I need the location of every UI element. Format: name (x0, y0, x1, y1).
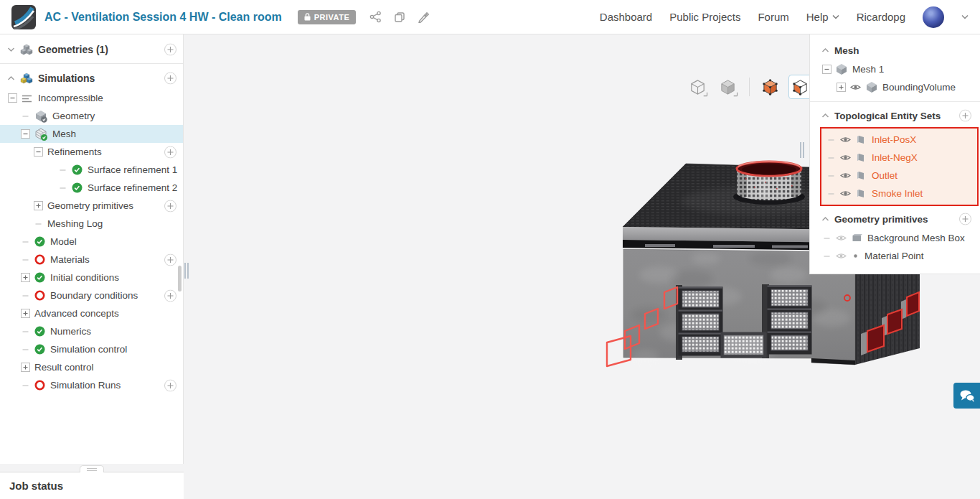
sidebar-item-surface-refinement-1[interactable]: Surface refinement 1 (0, 161, 183, 179)
visibility-on-icon[interactable] (840, 154, 851, 162)
section-header-topological-entity-sets[interactable]: Topological Entity Sets (810, 106, 980, 126)
chat-bubbles-icon (959, 389, 975, 403)
nav-public-projects[interactable]: Public Projects (669, 11, 740, 23)
app-logo-icon[interactable] (11, 5, 36, 29)
sidebar-item-label: Boundary conditions (50, 290, 138, 301)
job-status-handle[interactable] (80, 465, 104, 472)
sidebar-item-model[interactable]: Model (0, 233, 183, 251)
toolbar-separator (749, 78, 750, 96)
sidebar-item-geometries-1[interactable]: Geometries (1) (0, 38, 183, 60)
section-collapse-icon[interactable] (821, 113, 829, 118)
visibility-on-icon[interactable] (850, 83, 861, 91)
tree-connector-icon (826, 192, 837, 195)
sidebar-item-result-control[interactable]: Result control (0, 358, 183, 376)
collapse-toggle-icon[interactable] (821, 65, 832, 74)
entity-item-mesh-1[interactable]: Mesh 1 (810, 60, 980, 78)
entity-item-outlet[interactable]: Outlet (821, 167, 977, 185)
entity-item-label: Outlet (872, 170, 897, 181)
scene-outlet-cylinder (733, 162, 805, 205)
sidebar-item-advanced-concepts[interactable]: Advanced concepts (0, 304, 183, 322)
add-geometry-primitives-button[interactable] (959, 213, 971, 225)
sidebar-item-geometry-primitives[interactable]: Geometry primitives (0, 197, 183, 215)
expand-toggle-icon[interactable] (836, 83, 847, 92)
entity-item-inlet-posx[interactable]: Inlet-PosX (821, 131, 977, 149)
mesh-check-icon (34, 128, 47, 141)
sidebar-item-simulation-runs[interactable]: Simulation Runs (0, 376, 183, 394)
collapse-toggle-icon[interactable] (20, 129, 31, 139)
chevron-down-icon (832, 14, 839, 19)
add-geometry-primitives-button[interactable] (164, 200, 176, 212)
status-error-icon (34, 254, 45, 265)
share-button[interactable] (366, 7, 385, 27)
duplicate-button[interactable] (390, 7, 409, 27)
sidebar-item-initial-conditions[interactable]: Initial conditions (0, 269, 183, 286)
sidebar-item-label: Surface refinement 2 (88, 182, 177, 193)
wireframe-view-button[interactable] (686, 75, 710, 99)
nav-help[interactable]: Help (806, 11, 839, 23)
nav-forum[interactable]: Forum (758, 11, 788, 23)
visibility-on-icon[interactable] (840, 136, 851, 144)
volume-select-button[interactable] (758, 75, 783, 99)
sidebar-item-surface-refinement-2[interactable]: Surface refinement 2 (0, 179, 183, 197)
face-sheet-icon (856, 170, 867, 181)
add-boundary-conditions-button[interactable] (164, 289, 176, 302)
sidebar-item-mesh[interactable]: Mesh (0, 125, 183, 143)
sidebar-item-label: Geometry (52, 111, 95, 121)
collapse-chevron-icon[interactable] (6, 47, 17, 52)
edit-title-button[interactable] (413, 7, 433, 27)
expand-chevron-icon[interactable] (6, 75, 17, 81)
sidebar-item-incompressible[interactable]: Incompressible (0, 89, 183, 107)
entity-item-label: Mesh 1 (852, 64, 884, 75)
left-panel-resize-handle[interactable] (184, 263, 189, 279)
entity-item-label: Smoke Inlet (872, 188, 923, 199)
sidebar-item-simulations[interactable]: Simulations (0, 67, 183, 89)
tree-separator (0, 63, 183, 64)
collapse-toggle-icon[interactable] (33, 147, 44, 157)
entity-item-background-mesh-box[interactable]: Background Mesh Box (810, 229, 980, 247)
expand-toggle-icon[interactable] (20, 273, 31, 282)
tree-connector-icon (20, 348, 31, 351)
sidebar-item-geometry[interactable]: Geometry (0, 107, 183, 125)
nav-username[interactable]: Ricardopg (857, 11, 905, 23)
entity-item-boundingvolume[interactable]: BoundingVolume (810, 78, 980, 96)
user-menu-chevron-icon[interactable] (961, 14, 969, 19)
add-geometries-1-button[interactable] (164, 43, 176, 55)
sidebar-item-numerics[interactable]: Numerics (0, 322, 183, 340)
sidebar-item-refinements[interactable]: Refinements (0, 143, 183, 161)
section-header-geometry-primitives[interactable]: Geometry primitives (810, 209, 980, 229)
add-refinements-button[interactable] (164, 146, 176, 158)
entity-item-label: Material Point (864, 251, 924, 261)
add-materials-button[interactable] (164, 253, 176, 266)
expand-toggle-icon[interactable] (33, 201, 44, 210)
sidebar-scrollbar[interactable] (178, 266, 182, 292)
entity-item-material-point[interactable]: Material Point (810, 247, 980, 265)
sidebar-item-simulation-control[interactable]: Simulation control (0, 340, 183, 358)
visibility-on-icon[interactable] (840, 172, 851, 179)
entity-item-smoke-inlet[interactable]: Smoke Inlet (821, 185, 977, 202)
expand-toggle-icon[interactable] (20, 309, 31, 318)
tree-connector-icon (57, 187, 68, 190)
sidebar-item-meshing-log[interactable]: Meshing Log (0, 215, 183, 233)
visibility-off-icon[interactable] (836, 234, 847, 242)
tree-connector-icon (20, 241, 31, 243)
right-panel-resize-handle[interactable] (800, 142, 804, 158)
chat-button[interactable] (953, 383, 980, 409)
collapse-toggle-icon[interactable] (7, 93, 18, 103)
add-topological-entity-sets-button[interactable] (959, 110, 971, 122)
visibility-on-icon[interactable] (840, 190, 851, 197)
entity-item-inlet-negx[interactable]: Inlet-NegX (821, 149, 977, 167)
add-simulations-button[interactable] (164, 72, 176, 84)
nav-dashboard[interactable]: Dashboard (600, 11, 652, 23)
section-collapse-icon[interactable] (821, 216, 829, 222)
expand-toggle-icon[interactable] (20, 363, 31, 372)
shaded-view-button[interactable] (716, 75, 740, 99)
tree-connector-icon (826, 157, 837, 159)
section-collapse-icon[interactable] (821, 47, 829, 53)
sidebar-item-materials[interactable]: Materials (0, 251, 183, 269)
section-header-mesh[interactable]: Mesh (810, 40, 980, 60)
add-simulation-runs-button[interactable] (164, 379, 176, 391)
sidebar-item-boundary-conditions[interactable]: Boundary conditions (0, 286, 183, 304)
tree-connector-icon (33, 223, 44, 225)
user-avatar[interactable] (923, 6, 944, 28)
visibility-off-icon[interactable] (836, 252, 847, 260)
